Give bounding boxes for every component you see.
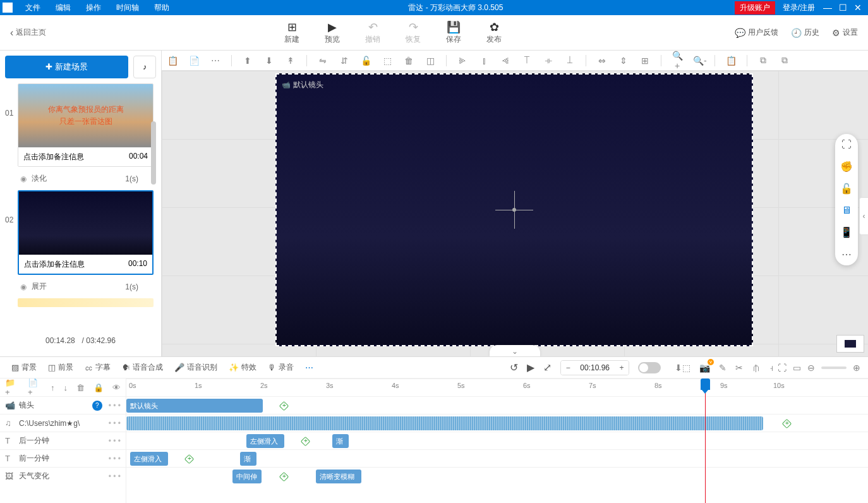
camera-track[interactable]: 默认镜头 bbox=[126, 396, 868, 414]
cut-icon[interactable]: ✂ bbox=[735, 363, 743, 373]
dup1-icon[interactable]: ⧉ bbox=[757, 55, 769, 66]
trash-icon[interactable]: 🗑 bbox=[76, 383, 85, 392]
text1-track[interactable]: 左侧滑入 渐 bbox=[126, 432, 868, 449]
collapse-canvas-button[interactable]: ⌄ bbox=[490, 345, 540, 356]
menu-help[interactable]: 帮助 bbox=[147, 3, 177, 13]
new-button[interactable]: ⊞新建 bbox=[284, 20, 299, 45]
camera-track-label[interactable]: 📹镜头?• • • bbox=[0, 396, 126, 414]
filter-icon[interactable]: ⫛ bbox=[752, 363, 761, 373]
rewind-icon[interactable]: ↺ bbox=[510, 361, 518, 373]
upgrade-button[interactable]: 升级账户 bbox=[735, 1, 775, 15]
import-icon[interactable]: ⬇⬚ bbox=[675, 363, 690, 373]
add-keyframe[interactable] bbox=[301, 437, 311, 447]
menu-edit[interactable]: 编辑 bbox=[48, 3, 78, 13]
zoom-in-icon[interactable]: 🔍+ bbox=[672, 51, 683, 71]
fit-icon[interactable]: ⛶ bbox=[778, 363, 787, 373]
tts-button[interactable]: 🗣语音合成 bbox=[118, 360, 167, 375]
layer-up-icon[interactable]: ↟ bbox=[285, 56, 296, 66]
unlock-icon[interactable]: 🔓 bbox=[840, 183, 853, 195]
more-tools-icon[interactable]: ⋯ bbox=[841, 248, 852, 260]
menu-action[interactable]: 操作 bbox=[78, 3, 109, 13]
snap-icon[interactable]: ⊞ bbox=[639, 56, 651, 66]
fx-button[interactable]: ✨特效 bbox=[225, 360, 260, 375]
login-button[interactable]: 登录/注册 bbox=[778, 3, 820, 13]
playhead[interactable] bbox=[705, 379, 706, 503]
settings-button[interactable]: ⚙设置 bbox=[832, 27, 858, 38]
align-bottom-icon[interactable]: ⟘ bbox=[564, 55, 576, 66]
distribute-h-icon[interactable]: ⇔ bbox=[596, 56, 608, 66]
up-icon[interactable]: ↑ bbox=[51, 383, 55, 392]
box-icon[interactable]: ▭ bbox=[793, 363, 801, 373]
new-scene-button[interactable]: ✚ 新建场景 bbox=[5, 56, 128, 78]
clipboard-icon[interactable]: 📋 bbox=[725, 56, 737, 66]
delete-icon[interactable]: 🗑 bbox=[403, 56, 414, 66]
crop-icon[interactable]: ◫ bbox=[425, 56, 436, 66]
expand-panel-button[interactable]: ‹ bbox=[859, 197, 868, 235]
zoom-out-tl-icon[interactable]: ⊖ bbox=[807, 363, 815, 373]
hand-icon[interactable]: ✊ bbox=[840, 161, 853, 173]
text1-track-label[interactable]: T后一分钟• • • bbox=[0, 432, 126, 449]
eye-icon[interactable]: 👁 bbox=[112, 383, 121, 392]
canvas-frame[interactable]: 📹 默认镜头 bbox=[275, 73, 753, 346]
copy-icon[interactable]: 📋 bbox=[167, 56, 178, 66]
maximize-button[interactable]: ☐ bbox=[835, 3, 850, 13]
expand-icon[interactable]: ⤢ bbox=[543, 361, 552, 373]
feedback-button[interactable]: 💬用户反馈 bbox=[735, 27, 778, 38]
preview-button[interactable]: ▶预览 bbox=[325, 20, 340, 45]
mini-preview[interactable] bbox=[836, 335, 864, 353]
mobile-icon[interactable]: 📱 bbox=[840, 226, 853, 238]
music-button[interactable]: ♪ bbox=[133, 56, 156, 78]
camera-clip[interactable]: 默认镜头 bbox=[126, 399, 263, 413]
zoom-slider[interactable] bbox=[821, 367, 847, 369]
fullscreen-icon[interactable]: ⛶ bbox=[841, 139, 852, 150]
close-button[interactable]: ✕ bbox=[850, 3, 865, 13]
play-icon[interactable]: ▶ bbox=[527, 361, 534, 373]
distribute-v-icon[interactable]: ⇕ bbox=[618, 56, 629, 66]
align-right-icon[interactable]: ⫷ bbox=[500, 56, 511, 66]
subtitle-button[interactable]: ㏄字幕 bbox=[81, 360, 114, 376]
lock-track-icon[interactable]: 🔒 bbox=[93, 383, 104, 392]
add-file-icon[interactable]: 📄+ bbox=[28, 379, 42, 397]
img-track-label[interactable]: 🖼天气变化• • • bbox=[0, 467, 126, 485]
text2-track-label[interactable]: T前一分钟• • • bbox=[0, 449, 126, 467]
scene-card-1[interactable]: 你离气象预报员的距离只差一张雷达图 点击添加备注信息00:04 bbox=[18, 83, 154, 167]
img-clip2[interactable]: 清晰变模糊 bbox=[316, 470, 361, 483]
group-icon[interactable]: ⬚ bbox=[382, 56, 393, 66]
camera-icon[interactable]: 📷v bbox=[699, 363, 710, 373]
redo-button[interactable]: ↷恢复 bbox=[406, 20, 421, 45]
zoom-out-icon[interactable]: 🔍- bbox=[693, 56, 704, 66]
menu-file[interactable]: 文件 bbox=[18, 3, 48, 13]
timeline-ruler[interactable]: 0s 1s 2s 3s 4s 5s 6s 7s 8s 9s 10s bbox=[126, 379, 868, 396]
zoom-in-tl-icon[interactable]: ⊕ bbox=[853, 363, 860, 373]
flip-h-icon[interactable]: ⇋ bbox=[317, 56, 329, 66]
add-keyframe[interactable] bbox=[184, 454, 195, 464]
img-clip1[interactable]: 中间伸 bbox=[232, 470, 262, 483]
menu-timeline[interactable]: 时间轴 bbox=[109, 3, 147, 13]
text1-clip1[interactable]: 左侧滑入 bbox=[246, 434, 284, 448]
edit-icon[interactable]: ✎ bbox=[719, 363, 726, 373]
text2-track[interactable]: 左侧滑入 渐 bbox=[126, 449, 868, 467]
paste-icon[interactable]: 📄 bbox=[188, 56, 200, 66]
minimize-button[interactable]: — bbox=[820, 3, 835, 13]
flip-v-icon[interactable]: ⇵ bbox=[339, 56, 350, 66]
undo-button[interactable]: ↶撤销 bbox=[365, 20, 380, 45]
save-button[interactable]: 💾保存 bbox=[446, 20, 461, 45]
bg-button[interactable]: ▨背景 bbox=[8, 360, 40, 375]
align-top-icon[interactable]: ⟙ bbox=[521, 55, 533, 66]
desktop-icon[interactable]: 🖥 bbox=[841, 205, 852, 216]
asr-button[interactable]: 🎤语音识别 bbox=[171, 360, 221, 375]
blank-scene[interactable] bbox=[18, 298, 154, 307]
help-icon[interactable]: ? bbox=[92, 401, 102, 411]
scene-card-2[interactable]: 点击添加备注信息00:10 bbox=[18, 190, 154, 275]
audio-clip[interactable] bbox=[126, 416, 763, 430]
send-back-icon[interactable]: ⬇ bbox=[263, 56, 275, 66]
down-icon[interactable]: ↓ bbox=[64, 383, 68, 392]
adjust-icon[interactable]: ⫞ bbox=[769, 363, 774, 373]
transition-1[interactable]: ◉淡化1(s) bbox=[5, 171, 154, 186]
bring-front-icon[interactable]: ⬆ bbox=[242, 56, 253, 66]
publish-button[interactable]: ✿发布 bbox=[486, 20, 502, 45]
text2-clip2[interactable]: 渐 bbox=[240, 452, 256, 466]
text1-clip2[interactable]: 渐 bbox=[332, 434, 349, 448]
img-track[interactable]: 中间伸 清晰变模糊 bbox=[126, 467, 868, 485]
align-left-icon[interactable]: ⫸ bbox=[457, 56, 468, 66]
